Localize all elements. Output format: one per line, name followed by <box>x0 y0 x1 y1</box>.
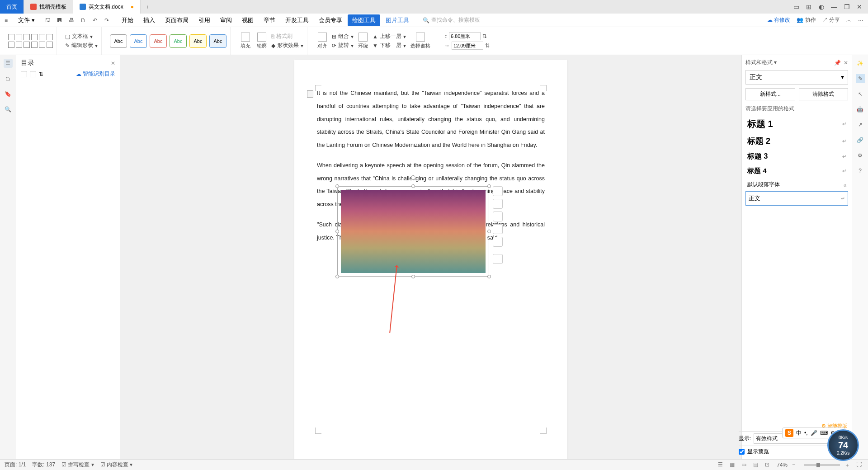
hamburger-icon[interactable]: ≡ <box>5 17 13 24</box>
minimize-button[interactable]: — <box>830 3 838 11</box>
selection-pane-button[interactable]: 选择窗格 <box>409 33 432 49</box>
outline-tab-icon[interactable]: ☰ <box>4 59 13 68</box>
ime-voice-icon[interactable]: 🎤 <box>811 430 817 436</box>
menu-tab-review[interactable]: 审阅 <box>216 14 236 26</box>
current-style-selector[interactable]: 正文▾ <box>745 70 848 85</box>
has-changes-button[interactable]: ☁ 有修改 <box>767 16 790 24</box>
resize-handle-mr[interactable] <box>487 230 491 233</box>
style-heading-3[interactable]: 标题 3↵ <box>745 149 848 164</box>
skin-icon[interactable]: ▭ <box>792 3 800 11</box>
menu-tab-sections[interactable]: 章节 <box>259 14 280 26</box>
chapter-tab-icon[interactable]: 🗀 <box>4 74 13 83</box>
selected-image[interactable] <box>337 186 489 277</box>
outline-button[interactable]: 轮廓 <box>255 33 269 49</box>
wrap-options-button[interactable] <box>493 199 503 209</box>
resize-handle-bl[interactable] <box>335 275 339 278</box>
style-preset-4[interactable]: Abc <box>170 34 187 48</box>
style-default-font[interactable]: 默认段落字体a <box>745 178 848 191</box>
link-tool-icon[interactable]: 🔗 <box>856 136 865 145</box>
select-tool-icon[interactable]: ↖ <box>856 89 865 99</box>
resize-handle-bm[interactable] <box>411 275 415 278</box>
zoom-slider[interactable] <box>804 464 840 466</box>
spinner-icon[interactable]: ⇅ <box>485 42 490 49</box>
page-indicator[interactable]: 页面: 1/1 <box>5 461 26 469</box>
reset-button[interactable] <box>493 237 503 247</box>
toc-levels-icon[interactable]: ⇅ <box>39 71 43 77</box>
ime-keyboard-icon[interactable]: ⌨ <box>820 430 828 436</box>
view-mode-2-icon[interactable]: ▦ <box>730 461 737 469</box>
view-mode-3-icon[interactable]: ▭ <box>741 461 749 469</box>
format-painter-button[interactable]: ⎘ 格式刷 <box>271 33 303 40</box>
menu-tab-references[interactable]: 引用 <box>194 14 215 26</box>
fullscreen-icon[interactable]: ⛶ <box>856 461 863 469</box>
style-preset-1[interactable]: Abc <box>110 34 127 48</box>
view-mode-4-icon[interactable]: ▤ <box>753 461 760 469</box>
ribbon-collapse-icon[interactable]: ︿ <box>846 16 852 24</box>
resize-handle-br[interactable] <box>487 275 491 278</box>
layout-options-button[interactable] <box>493 186 503 196</box>
new-style-button[interactable]: 新样式... <box>745 88 795 100</box>
collaborate-button[interactable]: 👥 协作 <box>797 16 816 24</box>
print-icon[interactable]: 🖶 <box>67 16 75 24</box>
shape-effects-button[interactable]: ◆ 形状效果 ▾ <box>271 42 303 49</box>
resize-handle-tr[interactable] <box>487 184 491 188</box>
content-check-button[interactable]: ☑ 内容检查 ▾ <box>100 461 133 469</box>
menu-tab-start[interactable]: 开始 <box>117 14 138 26</box>
edit-shape-button[interactable]: ✎ 编辑形状 ▾ <box>65 42 98 49</box>
bring-forward-button[interactable]: ▲ 上移一层 ▾ <box>373 33 406 40</box>
ai-hint-button[interactable] <box>493 254 503 264</box>
spinner-icon[interactable]: ⇅ <box>482 33 487 39</box>
menu-tab-devtools[interactable]: 开发工具 <box>281 14 313 26</box>
menu-tab-picture-tools[interactable]: 图片工具 <box>381 14 414 26</box>
rotate-handle[interactable] <box>411 175 415 180</box>
help-tool-icon[interactable]: ? <box>856 166 865 175</box>
menu-tab-member[interactable]: 会员专享 <box>314 14 347 26</box>
redo-icon[interactable]: ↷ <box>103 16 111 24</box>
textbox-button[interactable]: ▢ 文本框 ▾ <box>65 33 98 40</box>
maximize-button[interactable]: ❐ <box>843 3 851 11</box>
show-preview-checkbox[interactable] <box>739 449 745 455</box>
paragraph-handle-icon[interactable] <box>307 90 313 98</box>
ime-punct-icon[interactable]: •, <box>804 430 808 436</box>
command-search[interactable]: 🔍 查找命令、搜索模板 <box>423 16 480 24</box>
user-avatar-icon[interactable]: ◐ <box>817 3 826 11</box>
ai-tool-icon[interactable]: 🤖 <box>856 105 865 114</box>
style-preset-5[interactable]: Abc <box>189 34 207 48</box>
tab-home[interactable]: 首页 <box>0 0 24 14</box>
resize-handle-tl[interactable] <box>335 184 339 188</box>
zoom-in-button[interactable]: ＋ <box>844 461 852 469</box>
menu-tab-insert[interactable]: 插入 <box>139 14 160 26</box>
word-count[interactable]: 字数: 137 <box>32 461 55 469</box>
network-widget[interactable]: 0K/s 74 0.2K/s <box>827 429 859 461</box>
tab-templates[interactable]: 找稻壳模板 <box>24 0 73 14</box>
fit-width-icon[interactable]: ⊡ <box>765 461 772 469</box>
apps-icon[interactable]: ⊞ <box>805 3 813 11</box>
menu-tab-view[interactable]: 视图 <box>237 14 258 26</box>
share-button[interactable]: ↗ 分享 <box>822 16 840 24</box>
zoom-out-button[interactable]: − <box>792 461 799 469</box>
bookmark-tab-icon[interactable]: 🔖 <box>4 89 13 99</box>
file-menu[interactable]: 文件 ▾ <box>14 15 38 25</box>
share-tool-icon[interactable]: ↗ <box>856 120 865 129</box>
rotate-button[interactable]: ⟳ 旋转 ▾ <box>332 42 354 49</box>
ime-lang-button[interactable]: 中 <box>796 429 802 437</box>
spellcheck-button[interactable]: ☑ 拼写检查 ▾ <box>61 461 94 469</box>
crop-button[interactable] <box>493 224 503 234</box>
find-tab-icon[interactable]: 🔍 <box>4 105 13 114</box>
tab-document[interactable]: 英文文档.docx ● <box>73 0 141 14</box>
shape-gallery[interactable] <box>8 34 53 48</box>
more-icon[interactable]: ⋯ <box>858 17 863 24</box>
tab-add-button[interactable]: ＋ <box>141 3 154 11</box>
style-tool-icon[interactable]: ✎ <box>856 74 865 83</box>
fill-button[interactable]: 填充 <box>239 33 252 49</box>
style-preset-2[interactable]: Abc <box>130 34 147 48</box>
panel-close-icon[interactable]: ✕ <box>844 60 848 66</box>
style-preset-3[interactable]: Abc <box>150 34 167 48</box>
print-preview-icon[interactable]: 🗋 <box>79 16 87 24</box>
toc-collapse-all-icon[interactable] <box>30 71 36 77</box>
send-backward-button[interactable]: ▼ 下移一层 ▾ <box>373 42 406 49</box>
style-heading-2[interactable]: 标题 2↵ <box>745 133 848 149</box>
style-preset-6[interactable]: Abc <box>209 34 226 48</box>
group-button[interactable]: ⊞ 组合 ▾ <box>332 33 354 40</box>
wrap-button[interactable]: 环绕 <box>356 33 370 49</box>
